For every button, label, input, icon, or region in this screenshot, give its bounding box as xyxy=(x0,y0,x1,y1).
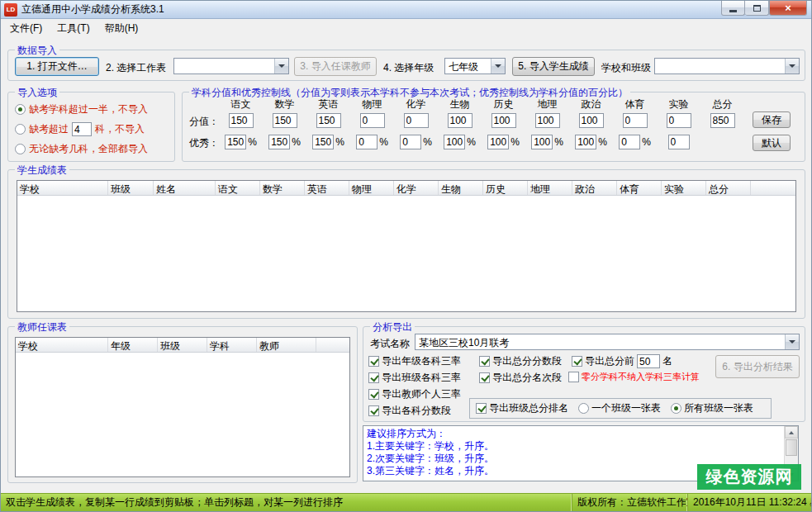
export-results-button[interactable]: 6. 导出分析结果 xyxy=(715,355,800,378)
student-column-header[interactable]: 总分 xyxy=(706,181,751,195)
scroll-thumb[interactable] xyxy=(786,439,797,456)
import-teacher-button[interactable]: 3. 导入任课教师 xyxy=(294,57,377,76)
top-count-input[interactable] xyxy=(637,354,660,368)
menu-item[interactable]: 工具(T) xyxy=(50,19,97,38)
excellent-value-input[interactable] xyxy=(668,135,690,149)
score-value-input[interactable] xyxy=(360,113,385,128)
student-column-header[interactable]: 数学 xyxy=(260,181,305,195)
score-value-input[interactable] xyxy=(535,113,560,128)
excellent-value-input[interactable] xyxy=(619,135,640,149)
student-column-header[interactable]: 学校 xyxy=(17,181,108,195)
subject-segments-checkbox[interactable] xyxy=(368,405,379,416)
class-three-rates-checkbox[interactable] xyxy=(368,372,379,383)
student-column-header[interactable]: 体育 xyxy=(617,181,662,195)
all-classes-one-sheet-radio[interactable] xyxy=(671,403,681,414)
menu-item[interactable]: 帮助(H) xyxy=(97,19,146,38)
total-rank-segments-checkbox[interactable] xyxy=(479,372,490,383)
exam-name-combobox[interactable]: 某地区三校10月联考 xyxy=(415,334,800,350)
teacher-column-header[interactable]: 学科 xyxy=(207,338,257,352)
excellent-value-input[interactable] xyxy=(225,135,246,149)
grade-three-rates-checkbox[interactable] xyxy=(368,356,379,367)
teacher-column-header[interactable]: 学校 xyxy=(16,338,108,352)
class-ranking-checkbox[interactable] xyxy=(476,403,487,414)
import-scores-button[interactable]: 5. 导入学生成绩 xyxy=(512,57,595,76)
teacher-column-header[interactable]: 教师 xyxy=(257,338,316,352)
maximize-button[interactable] xyxy=(745,1,769,16)
student-column-header[interactable]: 生物 xyxy=(439,181,483,195)
dropdown-icon[interactable] xyxy=(785,59,799,73)
excellent-value-input[interactable] xyxy=(531,135,553,149)
total-rank-segments-option: 导出总分名次段 xyxy=(479,371,562,385)
skip-half-radio[interactable] xyxy=(15,104,26,115)
status-copyright: 版权所有：立德软件工作室 xyxy=(577,495,688,510)
teacher-course-table[interactable]: 学校年级班级学科教师 xyxy=(15,337,350,477)
student-column-header[interactable]: 实验 xyxy=(662,181,706,195)
student-column-header[interactable]: 化学 xyxy=(394,181,439,195)
student-column-header[interactable]: 班级 xyxy=(108,181,154,195)
total-rank-segments-label: 导出总分名次段 xyxy=(492,371,562,385)
score-value-input[interactable] xyxy=(491,113,516,128)
excellent-value-input[interactable] xyxy=(268,135,290,149)
scroll-up-button[interactable] xyxy=(785,426,798,439)
excellent-value-input[interactable] xyxy=(444,135,465,149)
status-datetime-panel: 2016年10月11日 11:32:24 星期二 xyxy=(688,494,811,511)
option-skip-count-row: 缺考超过 科，不导入 xyxy=(15,122,145,136)
student-column-header[interactable]: 政治 xyxy=(572,181,617,195)
excellent-value-input[interactable] xyxy=(575,135,596,149)
dropdown-icon[interactable] xyxy=(491,59,505,73)
excellent-value-input[interactable] xyxy=(312,135,334,149)
score-value-input[interactable] xyxy=(623,113,648,128)
top-count-checkbox[interactable] xyxy=(572,356,582,367)
default-button[interactable]: 默认 xyxy=(753,135,791,151)
student-table-body[interactable] xyxy=(17,196,795,311)
dropdown-icon[interactable] xyxy=(274,59,288,73)
excellent-cell: % xyxy=(525,134,569,150)
menu-item[interactable]: 文件(F) xyxy=(2,19,50,38)
score-value-input[interactable] xyxy=(448,113,472,128)
total-segments-checkbox[interactable] xyxy=(479,356,490,367)
score-value-input[interactable] xyxy=(579,113,604,128)
analysis-export-group-title: 分析导出 xyxy=(370,320,415,334)
score-value-input[interactable] xyxy=(667,113,691,128)
excellent-value-input[interactable] xyxy=(356,135,378,149)
status-datetime: 2016年10月11日 11:32:24 星期二 xyxy=(693,495,811,510)
percent-label: % xyxy=(642,136,651,148)
grade-combobox[interactable]: 七年级 xyxy=(444,58,506,74)
teacher-three-rates-checkbox[interactable] xyxy=(368,389,379,400)
student-column-header[interactable]: 语文 xyxy=(216,181,260,195)
student-score-table[interactable]: 学校班级姓名语文数学英语物理化学生物历史地理政治体育实验总分 xyxy=(17,180,796,312)
percent-label: % xyxy=(423,136,432,148)
student-column-header[interactable]: 英语 xyxy=(305,181,349,195)
worksheet-combobox[interactable] xyxy=(173,58,289,74)
open-file-button[interactable]: 1. 打开文件… xyxy=(15,57,99,76)
score-value-input[interactable] xyxy=(404,113,429,128)
score-value-input[interactable] xyxy=(316,113,341,128)
import-all-radio[interactable] xyxy=(15,144,26,154)
zero-exclude-checkbox[interactable] xyxy=(568,372,579,382)
skip-count-input[interactable] xyxy=(72,122,92,136)
student-column-header[interactable]: 物理 xyxy=(349,181,394,195)
score-row-label: 分值： xyxy=(189,115,219,129)
save-button[interactable]: 保存 xyxy=(753,111,791,128)
subject-header: 化学 xyxy=(394,97,438,111)
teacher-table-body[interactable] xyxy=(16,353,349,476)
teacher-column-header[interactable]: 班级 xyxy=(158,338,207,352)
student-column-header[interactable]: 姓名 xyxy=(154,181,216,195)
dropdown-icon[interactable] xyxy=(785,334,799,349)
school-class-combobox[interactable] xyxy=(654,58,800,74)
score-value-input[interactable] xyxy=(273,113,297,128)
minimize-button[interactable] xyxy=(721,1,745,16)
score-value-input[interactable] xyxy=(710,113,735,128)
one-sheet-per-class-radio[interactable] xyxy=(578,403,589,414)
student-column-header[interactable]: 历史 xyxy=(483,181,528,195)
student-column-header[interactable]: 地理 xyxy=(528,181,572,195)
skip-count-radio[interactable] xyxy=(15,124,26,135)
score-value-input[interactable] xyxy=(229,113,254,128)
student-table-group-title: 学生成绩表 xyxy=(15,164,69,178)
excellent-value-input[interactable] xyxy=(400,135,421,149)
excellent-value-input[interactable] xyxy=(487,135,509,149)
teacher-column-header[interactable]: 年级 xyxy=(108,338,158,352)
close-button[interactable]: × xyxy=(769,1,807,16)
school-class-value xyxy=(655,59,785,73)
menu-bar: 文件(F)工具(T)帮助(H) xyxy=(1,19,811,38)
